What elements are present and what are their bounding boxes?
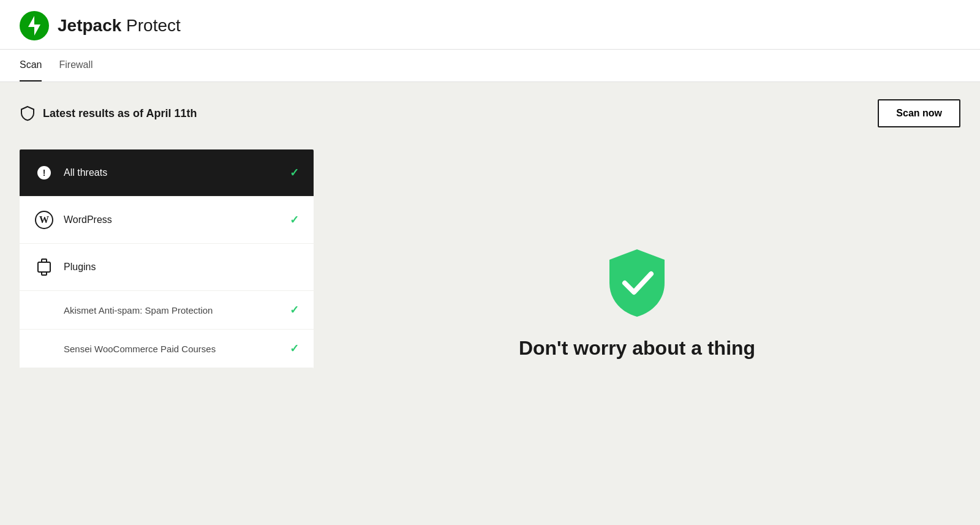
status-left: Latest results as of April 11th: [20, 105, 197, 121]
tab-scan[interactable]: Scan: [20, 50, 42, 81]
plugin-sensei-item[interactable]: Sensei WooCommerce Paid Courses ✓: [20, 330, 314, 368]
wordpress-check: ✓: [290, 213, 299, 227]
right-panel: Don't worry about a thing: [314, 149, 960, 456]
header: Jetpack Protect: [0, 0, 980, 50]
jetpack-logo-icon: [20, 11, 49, 40]
wordpress-item[interactable]: W WordPress ✓: [20, 197, 314, 244]
status-bar: Latest results as of April 11th Scan now: [20, 99, 960, 127]
all-threats-icon: !: [34, 163, 54, 183]
svg-text:W: W: [39, 214, 49, 225]
app-title-light: Protect: [121, 16, 180, 35]
app-title-bold: Jetpack: [58, 16, 121, 35]
plugin-akismet-check: ✓: [290, 303, 299, 317]
scan-now-button[interactable]: Scan now: [878, 99, 960, 127]
shield-checkmark-icon: [603, 246, 671, 320]
plugin-akismet-label: Akismet Anti-spam: Spam Protection: [64, 305, 290, 315]
dont-worry-text: Don't worry about a thing: [519, 337, 755, 360]
plugin-sensei-check: ✓: [290, 342, 299, 355]
svg-rect-9: [38, 262, 50, 272]
nav-tabs: Scan Firewall: [0, 50, 980, 82]
wordpress-label: WordPress: [64, 214, 290, 225]
threat-list: ! All threats ✓ W WordPress ✓: [20, 149, 314, 368]
shield-status-icon: [20, 105, 36, 121]
all-threats-check: ✓: [290, 166, 299, 179]
plugins-label: Plugins: [64, 262, 299, 273]
plugin-akismet-item[interactable]: Akismet Anti-spam: Spam Protection ✓: [20, 291, 314, 330]
plugins-item[interactable]: Plugins: [20, 244, 314, 291]
all-threats-item[interactable]: ! All threats ✓: [20, 149, 314, 197]
app-title: Jetpack Protect: [58, 16, 181, 36]
all-threats-label: All threats: [64, 167, 290, 178]
wordpress-icon: W: [34, 210, 54, 230]
plugin-sensei-label: Sensei WooCommerce Paid Courses: [64, 344, 290, 354]
plugins-icon: [34, 257, 54, 277]
svg-text:!: !: [43, 168, 46, 178]
tab-firewall[interactable]: Firewall: [59, 50, 92, 81]
main-content: Latest results as of April 11th Scan now…: [0, 82, 980, 525]
status-text: Latest results as of April 11th: [43, 107, 197, 120]
content-layout: ! All threats ✓ W WordPress ✓: [20, 149, 960, 456]
